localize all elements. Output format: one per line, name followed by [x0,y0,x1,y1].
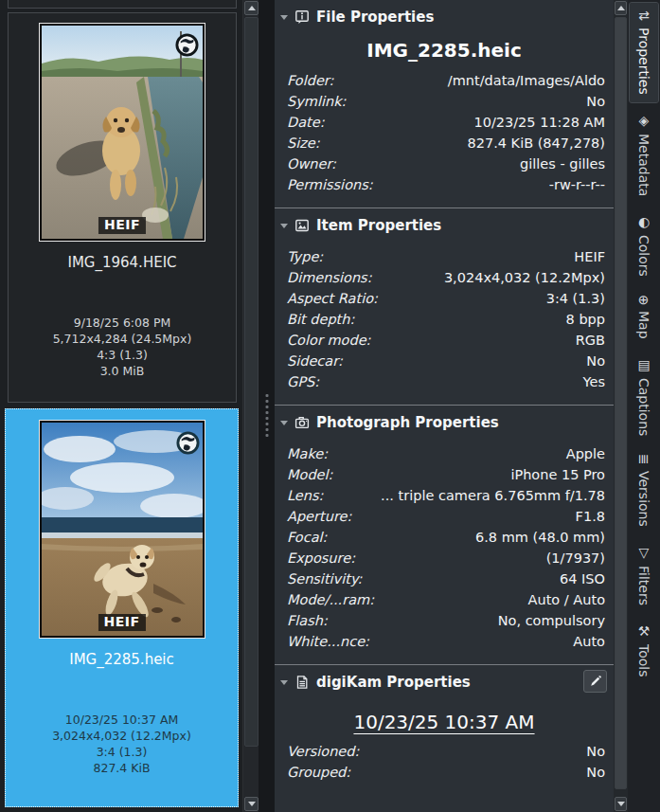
property-row: Flash:No, compulsory [287,610,605,631]
thumbnail-details: 9/18/25 6:08 PM 5,712x4,284 (24.5Mpx) 4:… [9,315,236,379]
format-badge: HEIF [98,614,145,631]
thumbnail-date: 10/23/25 10:37 AM [6,712,238,728]
splitter-handle-icon [265,394,268,437]
scroll-down-button[interactable] [244,797,259,811]
tab-properties[interactable]: ⇅ Properties [630,3,658,102]
collapse-arrow-icon[interactable] [280,421,288,425]
tools-icon: ⚒ [630,623,658,639]
property-row: Sensitivity:64 ISO [287,568,605,589]
property-row: Date:10/23/25 11:28 AM [287,112,605,133]
section-title: Photograph Properties [316,414,499,431]
edit-date-button[interactable] [583,670,607,693]
thumbnail-filename: IMG_1964.HEIC [9,254,236,271]
property-row: Sidecar:No [287,351,605,371]
thumbnail-date: 9/18/25 6:08 PM [9,315,236,331]
property-row: Symlink:No [287,91,605,112]
tab-tools[interactable]: ⚒ Tools [630,616,658,685]
properties-panel: File Properties IMG_2285.heic Folder:/mn… [275,0,614,812]
tab-metadata[interactable]: ◈ Metadata [630,105,658,204]
tab-label: Tools [630,644,658,677]
property-row: Size:827.4 KiB (847,278) [287,133,605,153]
thumbnail-details: 10/23/25 10:37 AM 3,024x4,032 (12.2Mpx) … [6,712,238,776]
scrollbar-thumb[interactable] [244,17,259,747]
thumbnail-photo-canal-puppy [42,26,203,239]
file-properties-icon [294,9,310,25]
section-title: digiKam Properties [316,674,471,691]
digikam-date-heading: 10/23/25 10:37 AM [275,711,614,733]
panel-splitter[interactable] [259,0,275,812]
arrow-down-icon [248,802,256,806]
tab-colors[interactable]: ◐ Colors [630,207,658,284]
scroll-down-button[interactable] [615,797,627,811]
tab-captions[interactable]: ▤ Captions [630,350,658,443]
property-row: Versioned:No [287,741,605,762]
scroll-up-button[interactable] [244,1,259,15]
scroll-up-button[interactable] [615,1,627,15]
arrow-up-icon [248,6,256,10]
scrollbar-thumb[interactable] [615,17,627,789]
properties-scrollbar[interactable] [614,0,628,812]
property-row: Dimensions:3,024x4,032 (12.2Mpx) [287,267,605,288]
property-row: Owner:gilles - gilles [287,153,605,174]
thumbnail-aspect-ratio: 3:4 (1.3) [6,744,238,760]
thumbnail-dimensions: 5,712x4,284 (24.5Mpx) [9,331,236,347]
digikam-properties-icon [294,675,310,690]
property-row: Type:HEIF [287,246,605,267]
property-row: Exposure:(1/7937) [287,548,605,568]
colors-icon: ◐ [630,214,658,229]
section-title: Item Properties [316,217,441,234]
tab-label: Captions [630,378,658,436]
section-header-file-properties[interactable]: File Properties [275,0,614,30]
thumbnail-aspect-ratio: 4:3 (1.3) [9,347,236,363]
arrow-up-icon [617,6,625,10]
sidebar-tab-bar: ⇅ Properties ◈ Metadata ◐ Colors ⊕ Map ▤… [628,0,660,812]
versions-icon: ≣ [630,454,658,465]
tab-filters[interactable]: ▽ Filters [630,537,658,613]
thumbnail-photo-frame: HEIF [39,420,205,639]
thumbnail-filesize: 3.0 MiB [9,363,236,379]
tab-map[interactable]: ⊕ Map [630,287,658,347]
section-header-digikam-properties[interactable]: digiKam Properties [275,665,614,695]
property-row: Aspect Ratio:3:4 (1.3) [287,288,605,309]
thumbnail-filesize: 827.4 KiB [6,760,238,776]
property-row: Mode/...ram:Auto / Auto [287,589,605,610]
property-row: Make:Apple [287,443,605,464]
property-row: Model:iPhone 15 Pro [287,464,605,485]
section-header-photograph-properties[interactable]: Photograph Properties [275,406,614,436]
filters-icon: ▽ [630,545,658,560]
metadata-icon: ◈ [630,113,658,128]
property-row: White...nce:Auto [287,631,605,652]
collapse-arrow-icon[interactable] [280,224,288,228]
thumbnail-filename: IMG_2285.heic [6,651,238,668]
collapse-arrow-icon[interactable] [280,680,288,685]
tab-label: Properties [630,27,658,95]
section-header-item-properties[interactable]: Item Properties [275,208,614,239]
section-title: File Properties [316,9,434,26]
thumbnail-card-partial[interactable] [8,0,237,9]
thumbnail-card-img-1964[interactable]: HEIF IMG_1964.HEIC 9/18/25 6:08 PM 5,712… [8,12,237,403]
globe-icon: ⊕ [630,295,658,306]
property-row: Folder:/mnt/data/Images/Aldo [287,70,605,91]
photograph-properties-icon [294,415,310,430]
item-properties-icon [294,218,310,233]
thumbnail-dimensions: 3,024x4,032 (12.2Mpx) [6,728,238,744]
digikam-right-sidebar: HEIF IMG_1964.HEIC 9/18/25 6:08 PM 5,712… [0,0,660,812]
tab-label: Versions [630,471,658,527]
collapse-arrow-icon[interactable] [280,15,288,20]
tab-versions[interactable]: ≣ Versions [630,446,658,534]
selected-filename: IMG_2285.heic [275,39,614,62]
pencil-icon [589,675,602,688]
property-row: Permissions:-rw-r--r-- [287,174,605,195]
property-row: Aperture:F1.8 [287,506,605,527]
thumbnail-panel: HEIF IMG_1964.HEIC 9/18/25 6:08 PM 5,712… [0,0,242,812]
arrow-down-icon [617,802,625,806]
tab-label: Colors [630,235,658,277]
thumbnail-card-img-2285-selected[interactable]: HEIF IMG_2285.heic 10/23/25 10:37 AM 3,0… [5,408,239,807]
captions-icon: ▤ [630,357,658,372]
digikam-properties-rows: Versioned:No Grouped:No [275,737,614,795]
properties-icon: ⇅ [630,10,658,22]
file-properties-rows: Folder:/mnt/data/Images/Aldo Symlink:No … [275,68,614,208]
item-properties-rows: Type:HEIF Dimensions:3,024x4,032 (12.2Mp… [275,239,614,405]
thumbnail-scrollbar[interactable] [242,0,259,812]
property-row: Focal:6.8 mm (48.0 mm) [287,527,605,548]
